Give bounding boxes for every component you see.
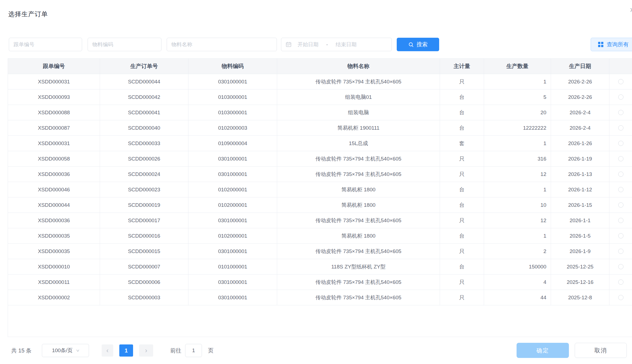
grid-icon: [598, 42, 603, 47]
table-cell: [609, 74, 632, 89]
row-select-radio[interactable]: [618, 156, 623, 161]
table-row[interactable]: XSDD000010SCDD0000070101000001118S ZY型纸杯…: [8, 259, 632, 275]
row-select-radio[interactable]: [618, 187, 623, 192]
close-icon[interactable]: ×: [630, 4, 632, 15]
material-name-input[interactable]: 物料名称: [167, 38, 277, 51]
table-cell: 传动皮轮件 735×794 主机孔540×605: [277, 275, 440, 290]
table-cell: XSDD000046: [8, 182, 100, 197]
goto-page-value: 1: [192, 347, 195, 354]
table-cell: [609, 290, 632, 305]
table-cell: SCDD000033: [100, 136, 188, 151]
row-select-radio[interactable]: [618, 172, 623, 177]
table-row[interactable]: XSDD000088SCDD0000410103000001组装电脑台20202…: [8, 105, 632, 120]
table-cell: [609, 105, 632, 120]
row-select-radio[interactable]: [618, 249, 623, 254]
row-select-radio[interactable]: [618, 110, 623, 115]
row-select-radio[interactable]: [618, 218, 623, 223]
table-row[interactable]: XSDD000093SCDD0000420103000001组装电脑01台520…: [8, 89, 632, 105]
table-cell: [609, 275, 632, 290]
table-cell: 组装电脑01: [277, 89, 440, 105]
confirm-button[interactable]: 确定: [517, 343, 569, 358]
table-cell: 只: [440, 167, 484, 182]
header-cell: 物料编码: [188, 59, 277, 74]
table-cell: 12222222: [484, 120, 551, 136]
table-cell: 150000: [484, 259, 551, 275]
table-cell: 10: [484, 197, 551, 213]
table-cell: XSDD000011: [8, 275, 100, 290]
header-cell: 生产数量: [484, 59, 551, 74]
table-row[interactable]: XSDD000031SCDD0000440301000001传动皮轮件 735×…: [8, 74, 632, 89]
order-no-input[interactable]: 跟单编号: [9, 38, 82, 51]
prev-page-button[interactable]: ‹: [102, 344, 113, 357]
table-cell: 套: [440, 136, 484, 151]
table-cell: 15L总成: [277, 136, 440, 151]
row-select-radio[interactable]: [618, 264, 623, 269]
table-cell: 只: [440, 151, 484, 167]
table-row[interactable]: XSDD000087SCDD0000400102000003简易机柜 19001…: [8, 120, 632, 136]
row-select-radio[interactable]: [618, 79, 623, 84]
table-cell: XSDD000058: [8, 151, 100, 167]
table-row[interactable]: XSDD000058SCDD0000260301000001传动皮轮件 735×…: [8, 151, 632, 167]
header-cell: [609, 59, 632, 74]
header-row: 跟单编号生产订单号物料编码物料名称主计量生产数量生产日期: [8, 59, 632, 74]
table-cell: 2026-2-4: [551, 120, 609, 136]
table-row[interactable]: XSDD000036SCDD0000240301000001传动皮轮件 735×…: [8, 167, 632, 182]
table-cell: 台: [440, 105, 484, 120]
row-select-radio[interactable]: [618, 202, 623, 208]
table-cell: 2026-1-26: [551, 136, 609, 151]
table-cell: SCDD000044: [100, 74, 188, 89]
current-page-button[interactable]: 1: [119, 344, 133, 357]
table-cell: 0301000001: [188, 244, 277, 259]
table-cell: 2026-1-13: [551, 167, 609, 182]
table-cell: 简易机柜 1800: [277, 197, 440, 213]
table-row[interactable]: XSDD000046SCDD0000230102000001简易机柜 1800台…: [8, 182, 632, 197]
table-cell: 2025-12-8: [551, 290, 609, 305]
table-cell: [609, 244, 632, 259]
table-cell: 只: [440, 290, 484, 305]
row-select-radio[interactable]: [618, 141, 623, 146]
table-cell: 简易机柜 1800: [277, 182, 440, 197]
table-cell: [609, 228, 632, 244]
table-cell: SCDD000019: [100, 197, 188, 213]
date-range-picker[interactable]: 开始日期 - 结束日期: [281, 38, 392, 51]
table-row[interactable]: XSDD000011SCDD0000060301000001传动皮轮件 735×…: [8, 275, 632, 290]
table-cell: 12: [484, 213, 551, 228]
table-cell: 只: [440, 244, 484, 259]
query-all-button[interactable]: 查询所有: [591, 38, 632, 51]
header-cell: 物料名称: [277, 59, 440, 74]
header-cell: 生产日期: [551, 59, 609, 74]
goto-page-input[interactable]: 1: [185, 344, 202, 357]
table-cell: 传动皮轮件 735×794 主机孔540×605: [277, 290, 440, 305]
search-button[interactable]: 搜索: [397, 38, 439, 51]
table-cell: [609, 89, 632, 105]
next-page-button[interactable]: ›: [139, 344, 153, 357]
row-select-radio[interactable]: [618, 94, 623, 100]
table-cell: [609, 167, 632, 182]
total-count: 共 15 条: [11, 337, 31, 364]
row-select-radio[interactable]: [618, 233, 623, 238]
page-size-select[interactable]: 100条/页 ˅: [42, 344, 89, 357]
table-cell: XSDD000093: [8, 89, 100, 105]
table-cell: 118S ZY型纸杯机 ZY型: [277, 259, 440, 275]
table-row[interactable]: XSDD000036SCDD0000170301000001传动皮轮件 735×…: [8, 213, 632, 228]
table-cell: 组装电脑: [277, 105, 440, 120]
table-row[interactable]: XSDD000044SCDD0000190102000001简易机柜 1800台…: [8, 197, 632, 213]
filter-bar: 跟单编号 物料编码 物料名称 开始日期 - 结束日期: [0, 38, 632, 51]
table-cell: 0101000001: [188, 259, 277, 275]
material-code-placeholder: 物料编码: [92, 41, 113, 48]
table-row[interactable]: XSDD000002SCDD0000030301000001传动皮轮件 735×…: [8, 290, 632, 305]
table-row[interactable]: XSDD000035SCDD0000160102000001简易机柜 1800台…: [8, 228, 632, 244]
row-select-radio[interactable]: [618, 279, 623, 285]
table-cell: 0102000001: [188, 197, 277, 213]
material-code-input[interactable]: 物料编码: [88, 38, 161, 51]
table-cell: 台: [440, 197, 484, 213]
table-row[interactable]: XSDD000031SCDD000033010900000415L总成套1202…: [8, 136, 632, 151]
row-select-radio[interactable]: [618, 295, 623, 300]
table-cell: 4: [484, 275, 551, 290]
cancel-button[interactable]: 取消: [575, 343, 627, 358]
row-select-radio[interactable]: [618, 125, 623, 131]
table-cell: 简易机柜 1900111: [277, 120, 440, 136]
table-cell: 只: [440, 275, 484, 290]
table-cell: 1: [484, 228, 551, 244]
table-row[interactable]: XSDD000035SCDD0000150301000001传动皮轮件 735×…: [8, 244, 632, 259]
